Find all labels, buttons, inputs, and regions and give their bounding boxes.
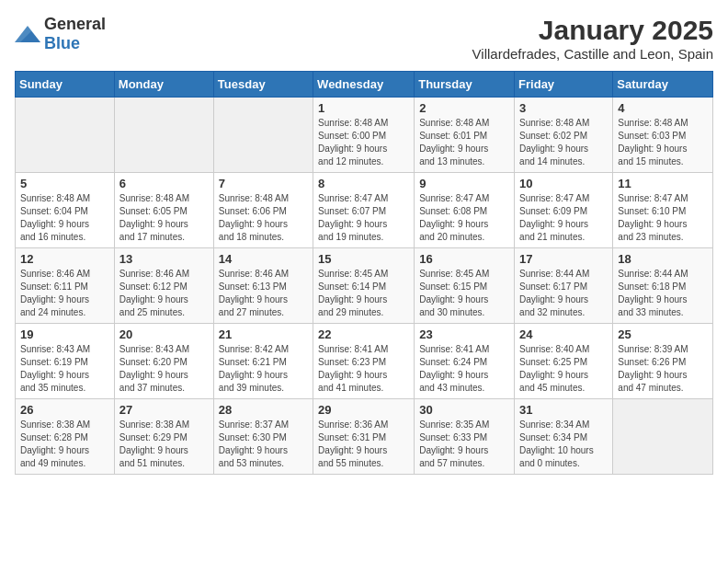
day-number: 22: [318, 327, 409, 341]
day-info: Sunrise: 8:46 AM Sunset: 6:11 PM Dayligh…: [20, 268, 109, 319]
day-cell: [114, 98, 213, 173]
day-info: Sunrise: 8:43 AM Sunset: 6:19 PM Dayligh…: [20, 343, 109, 395]
day-number: 21: [219, 327, 308, 341]
day-number: 8: [318, 177, 409, 190]
day-cell: 4Sunrise: 8:48 AM Sunset: 6:03 PM Daylig…: [613, 98, 713, 173]
day-number: 2: [419, 101, 509, 115]
day-number: 19: [20, 327, 109, 341]
day-number: 17: [519, 252, 608, 266]
day-cell: 8Sunrise: 8:47 AM Sunset: 6:07 PM Daylig…: [313, 173, 415, 248]
day-info: Sunrise: 8:43 AM Sunset: 6:20 PM Dayligh…: [119, 343, 209, 395]
day-info: Sunrise: 8:47 AM Sunset: 6:08 PM Dayligh…: [419, 192, 509, 244]
day-cell: 28Sunrise: 8:37 AM Sunset: 6:30 PM Dayli…: [213, 399, 313, 475]
header-sunday: Sunday: [16, 72, 115, 98]
header-friday: Friday: [515, 72, 613, 98]
day-cell: 12Sunrise: 8:46 AM Sunset: 6:11 PM Dayli…: [16, 248, 115, 324]
day-info: Sunrise: 8:37 AM Sunset: 6:30 PM Dayligh…: [219, 419, 308, 470]
page-title: January 2025: [472, 15, 713, 46]
logo-blue: Blue: [44, 34, 80, 52]
week-row-0: 1Sunrise: 8:48 AM Sunset: 6:00 PM Daylig…: [16, 98, 713, 173]
day-cell: 21Sunrise: 8:42 AM Sunset: 6:21 PM Dayli…: [213, 324, 313, 399]
day-number: 9: [419, 177, 509, 190]
day-cell: 23Sunrise: 8:41 AM Sunset: 6:24 PM Dayli…: [415, 324, 515, 399]
day-number: 5: [20, 177, 109, 190]
logo-general: General: [44, 15, 106, 33]
day-number: 14: [219, 252, 308, 266]
day-number: 23: [419, 327, 509, 341]
day-cell: [613, 399, 713, 475]
day-cell: 31Sunrise: 8:34 AM Sunset: 6:34 PM Dayli…: [515, 399, 613, 475]
header-thursday: Thursday: [415, 72, 515, 98]
day-number: 11: [618, 177, 708, 190]
day-cell: 22Sunrise: 8:41 AM Sunset: 6:23 PM Dayli…: [313, 324, 415, 399]
logo-text: General Blue: [44, 15, 106, 53]
day-number: 26: [20, 403, 109, 417]
day-info: Sunrise: 8:34 AM Sunset: 6:34 PM Dayligh…: [519, 419, 608, 470]
day-info: Sunrise: 8:44 AM Sunset: 6:17 PM Dayligh…: [519, 268, 608, 319]
page-subtitle: Villardefrades, Castille and Leon, Spain: [472, 46, 713, 62]
day-number: 30: [419, 403, 509, 417]
day-cell: [213, 98, 313, 173]
day-cell: 1Sunrise: 8:48 AM Sunset: 6:00 PM Daylig…: [313, 98, 415, 173]
day-cell: 19Sunrise: 8:43 AM Sunset: 6:19 PM Dayli…: [16, 324, 115, 399]
day-info: Sunrise: 8:48 AM Sunset: 6:06 PM Dayligh…: [219, 192, 308, 244]
header-saturday: Saturday: [613, 72, 713, 98]
day-info: Sunrise: 8:39 AM Sunset: 6:26 PM Dayligh…: [618, 343, 708, 395]
day-cell: [16, 98, 115, 173]
day-info: Sunrise: 8:48 AM Sunset: 6:01 PM Dayligh…: [419, 117, 509, 168]
day-info: Sunrise: 8:47 AM Sunset: 6:09 PM Dayligh…: [519, 192, 608, 244]
day-info: Sunrise: 8:45 AM Sunset: 6:15 PM Dayligh…: [419, 268, 509, 319]
title-block: January 2025 Villardefrades, Castille an…: [472, 15, 713, 62]
day-number: 4: [618, 101, 708, 115]
day-number: 18: [618, 252, 708, 266]
day-number: 3: [519, 101, 608, 115]
header-monday: Monday: [114, 72, 213, 98]
day-info: Sunrise: 8:48 AM Sunset: 6:05 PM Dayligh…: [119, 192, 209, 244]
day-cell: 2Sunrise: 8:48 AM Sunset: 6:01 PM Daylig…: [415, 98, 515, 173]
day-cell: 9Sunrise: 8:47 AM Sunset: 6:08 PM Daylig…: [415, 173, 515, 248]
page-header: General Blue January 2025 Villardefrades…: [15, 15, 713, 62]
day-info: Sunrise: 8:41 AM Sunset: 6:24 PM Dayligh…: [419, 343, 509, 395]
week-row-2: 12Sunrise: 8:46 AM Sunset: 6:11 PM Dayli…: [16, 248, 713, 324]
week-row-1: 5Sunrise: 8:48 AM Sunset: 6:04 PM Daylig…: [16, 173, 713, 248]
logo: General Blue: [15, 15, 106, 53]
day-cell: 15Sunrise: 8:45 AM Sunset: 6:14 PM Dayli…: [313, 248, 415, 324]
day-number: 20: [119, 327, 209, 341]
day-cell: 14Sunrise: 8:46 AM Sunset: 6:13 PM Dayli…: [213, 248, 313, 324]
day-cell: 30Sunrise: 8:35 AM Sunset: 6:33 PM Dayli…: [415, 399, 515, 475]
calendar-header: SundayMondayTuesdayWednesdayThursdayFrid…: [16, 72, 713, 98]
header-row: SundayMondayTuesdayWednesdayThursdayFrid…: [16, 72, 713, 98]
day-number: 10: [519, 177, 608, 190]
day-cell: 6Sunrise: 8:48 AM Sunset: 6:05 PM Daylig…: [114, 173, 213, 248]
header-wednesday: Wednesday: [313, 72, 415, 98]
day-number: 15: [318, 252, 409, 266]
day-cell: 10Sunrise: 8:47 AM Sunset: 6:09 PM Dayli…: [515, 173, 613, 248]
day-number: 7: [219, 177, 308, 190]
day-number: 31: [519, 403, 608, 417]
day-info: Sunrise: 8:48 AM Sunset: 6:04 PM Dayligh…: [20, 192, 109, 244]
day-cell: 11Sunrise: 8:47 AM Sunset: 6:10 PM Dayli…: [613, 173, 713, 248]
day-info: Sunrise: 8:38 AM Sunset: 6:29 PM Dayligh…: [119, 419, 209, 470]
day-info: Sunrise: 8:40 AM Sunset: 6:25 PM Dayligh…: [519, 343, 608, 395]
day-info: Sunrise: 8:44 AM Sunset: 6:18 PM Dayligh…: [618, 268, 708, 319]
week-row-3: 19Sunrise: 8:43 AM Sunset: 6:19 PM Dayli…: [16, 324, 713, 399]
day-info: Sunrise: 8:42 AM Sunset: 6:21 PM Dayligh…: [219, 343, 308, 395]
day-cell: 25Sunrise: 8:39 AM Sunset: 6:26 PM Dayli…: [613, 324, 713, 399]
day-info: Sunrise: 8:48 AM Sunset: 6:00 PM Dayligh…: [318, 117, 409, 168]
day-info: Sunrise: 8:36 AM Sunset: 6:31 PM Dayligh…: [318, 419, 409, 470]
day-info: Sunrise: 8:38 AM Sunset: 6:28 PM Dayligh…: [20, 419, 109, 470]
day-number: 28: [219, 403, 308, 417]
calendar-body: 1Sunrise: 8:48 AM Sunset: 6:00 PM Daylig…: [16, 98, 713, 475]
day-number: 12: [20, 252, 109, 266]
day-number: 25: [618, 327, 708, 341]
day-cell: 17Sunrise: 8:44 AM Sunset: 6:17 PM Dayli…: [515, 248, 613, 324]
day-number: 16: [419, 252, 509, 266]
day-number: 27: [119, 403, 209, 417]
day-cell: 27Sunrise: 8:38 AM Sunset: 6:29 PM Dayli…: [114, 399, 213, 475]
day-cell: 3Sunrise: 8:48 AM Sunset: 6:02 PM Daylig…: [515, 98, 613, 173]
day-info: Sunrise: 8:48 AM Sunset: 6:03 PM Dayligh…: [618, 117, 708, 168]
day-info: Sunrise: 8:41 AM Sunset: 6:23 PM Dayligh…: [318, 343, 409, 395]
day-cell: 16Sunrise: 8:45 AM Sunset: 6:15 PM Dayli…: [415, 248, 515, 324]
day-info: Sunrise: 8:47 AM Sunset: 6:07 PM Dayligh…: [318, 192, 409, 244]
day-cell: 26Sunrise: 8:38 AM Sunset: 6:28 PM Dayli…: [16, 399, 115, 475]
